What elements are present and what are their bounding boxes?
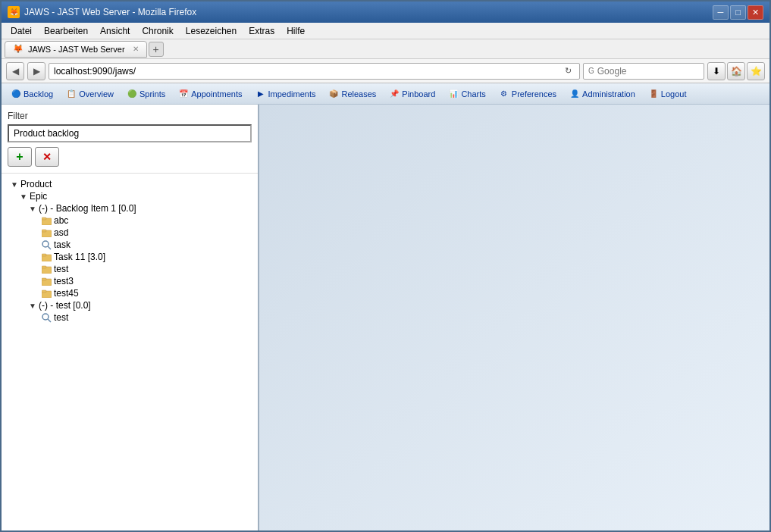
tree-item-test-leaf[interactable]: test <box>5 263 255 275</box>
search-icon-test <box>41 312 52 323</box>
search-icon-task <box>41 239 52 250</box>
url-bar: ↻ <box>49 63 580 80</box>
svg-point-4 <box>42 241 49 247</box>
nav-releases[interactable]: 📦 Releases <box>322 87 382 101</box>
forward-button[interactable]: ▶ <box>27 62 45 80</box>
menu-chronik[interactable]: Chronik <box>136 24 179 38</box>
browser-favicon: 🦊 <box>8 6 20 18</box>
nav-sprints[interactable]: 🟢 Sprints <box>121 87 171 101</box>
search-engine-icon: G <box>588 67 594 75</box>
appointments-icon: 📅 <box>178 89 189 99</box>
svg-rect-1 <box>42 217 46 220</box>
new-tab-button[interactable]: + <box>149 42 164 57</box>
add-filter-button[interactable]: + <box>8 147 32 167</box>
tab-close-icon[interactable]: ✕ <box>133 45 139 53</box>
back-button[interactable]: ◀ <box>6 62 24 80</box>
tree-label-task: task <box>54 239 71 250</box>
left-panel: Filter + ✕ ▼ Product ▼ Epic <box>2 105 259 530</box>
menu-bar: Datei Bearbeiten Ansicht Chronik Lesezei… <box>2 23 769 39</box>
nav-preferences[interactable]: ⚙ Preferences <box>493 87 563 101</box>
svg-rect-7 <box>42 254 46 256</box>
nav-charts[interactable]: 📊 Charts <box>442 87 491 101</box>
tree-item-asd[interactable]: asd <box>5 227 255 239</box>
administration-icon: 👤 <box>569 89 580 99</box>
folder-icon-asd <box>41 227 52 238</box>
nav-pinboard-label: Pinboard <box>402 89 435 99</box>
search-input[interactable] <box>597 66 711 77</box>
tree-item-test-group[interactable]: ▼ (-) - test [0.0] <box>5 299 255 311</box>
tree-label-asd: asd <box>54 227 68 238</box>
tree-arrow-backlog1[interactable]: ▼ <box>29 205 36 213</box>
menu-datei[interactable]: Datei <box>5 24 38 38</box>
minimize-button[interactable]: ─ <box>713 5 729 20</box>
nav-impediments[interactable]: ▶ Impediments <box>249 87 322 101</box>
menu-bearbeiten[interactable]: Bearbeiten <box>38 24 94 38</box>
window-title: JAWS - JAST Web Server - Mozilla Firefox <box>24 7 196 17</box>
tree-label-test-leaf: test <box>54 264 68 274</box>
close-button[interactable]: ✕ <box>747 5 763 20</box>
nav-releases-label: Releases <box>341 89 376 99</box>
delete-filter-button[interactable]: ✕ <box>35 147 59 167</box>
menu-hilfe[interactable]: Hilfe <box>281 24 311 38</box>
svg-rect-9 <box>42 266 46 268</box>
svg-rect-11 <box>42 278 46 280</box>
download-button[interactable]: ⬇ <box>707 62 726 80</box>
menu-ansicht[interactable]: Ansicht <box>94 24 136 38</box>
tree-item-test45[interactable]: test45 <box>5 287 255 299</box>
tree-item-test-search[interactable]: test <box>5 311 255 324</box>
nav-overview[interactable]: 📋 Overview <box>60 87 120 101</box>
tree-label-test-search: test <box>54 312 68 323</box>
nav-logout[interactable]: 🚪 Logout <box>642 87 693 101</box>
main-content: Filter + ✕ ▼ Product ▼ Epic <box>2 105 769 530</box>
tree-arrow-epic[interactable]: ▼ <box>20 192 27 201</box>
tree-label-epic: Epic <box>30 191 47 202</box>
tree-item-test3[interactable]: test3 <box>5 275 255 287</box>
svg-rect-3 <box>42 230 46 232</box>
nav-backlog[interactable]: 🔵 Backlog <box>5 87 59 101</box>
menu-lesezeichen[interactable]: Lesezeichen <box>180 24 243 38</box>
tree-item-epic[interactable]: ▼ Epic <box>5 190 255 202</box>
title-bar: 🦊 JAWS - JAST Web Server - Mozilla Firef… <box>2 2 769 23</box>
tree-item-backlog1[interactable]: ▼ (-) - Backlog Item 1 [0.0] <box>5 202 255 214</box>
tab-title: JAWS - JAST Web Server <box>28 45 125 54</box>
tree-arrow-test-group[interactable]: ▼ <box>29 302 36 310</box>
tree-section: ▼ Product ▼ Epic ▼ (-) - Backlog Item 1 … <box>2 174 258 530</box>
nav-backlog-label: Backlog <box>24 89 53 99</box>
browser-window: 🦊 JAWS - JAST Web Server - Mozilla Firef… <box>0 0 771 532</box>
home-button[interactable]: 🏠 <box>727 62 745 80</box>
maximize-button[interactable]: □ <box>730 5 746 20</box>
right-panel <box>259 105 769 530</box>
tree-item-task11[interactable]: Task 11 [3.0] <box>5 251 255 263</box>
nav-logout-label: Logout <box>661 89 687 99</box>
tree-item-abc[interactable]: abc <box>5 214 255 227</box>
backlog-icon: 🔵 <box>11 89 21 99</box>
filter-section: Filter + ✕ <box>2 105 258 174</box>
nav-administration[interactable]: 👤 Administration <box>563 87 641 101</box>
tree-arrow-product[interactable]: ▼ <box>11 180 18 189</box>
svg-line-15 <box>48 319 51 322</box>
tree-label-test3: test3 <box>54 276 74 286</box>
tree-item-task[interactable]: task <box>5 239 255 251</box>
url-input[interactable] <box>54 66 562 77</box>
tree-item-product[interactable]: ▼ Product <box>5 178 255 190</box>
releases-icon: 📦 <box>328 89 339 99</box>
filter-input[interactable] <box>8 124 252 142</box>
tree-label-test-group: (-) - test [0.0] <box>39 300 91 311</box>
nav-overview-label: Overview <box>79 89 114 99</box>
tree-label-abc: abc <box>54 215 68 226</box>
tab-bar: 🦊 JAWS - JAST Web Server ✕ + <box>2 39 769 59</box>
nav-administration-label: Administration <box>582 89 635 99</box>
nav-appointments[interactable]: 📅 Appointments <box>172 87 248 101</box>
address-bar: ◀ ▶ ↻ G 🔍 ⬇ 🏠 ⭐ <box>2 59 769 83</box>
bookmark-button[interactable]: ⭐ <box>747 62 765 80</box>
refresh-button[interactable]: ↻ <box>562 66 575 76</box>
folder-icon-abc <box>41 215 52 226</box>
preferences-icon: ⚙ <box>499 89 509 99</box>
svg-rect-13 <box>42 290 46 293</box>
nav-pinboard[interactable]: 📌 Pinboard <box>383 87 441 101</box>
menu-extras[interactable]: Extras <box>243 24 281 38</box>
browser-tab-active[interactable]: 🦊 JAWS - JAST Web Server ✕ <box>5 41 147 58</box>
tab-favicon: 🦊 <box>13 44 24 54</box>
sprints-icon: 🟢 <box>127 89 137 99</box>
title-bar-controls: ─ □ ✕ <box>713 5 763 20</box>
